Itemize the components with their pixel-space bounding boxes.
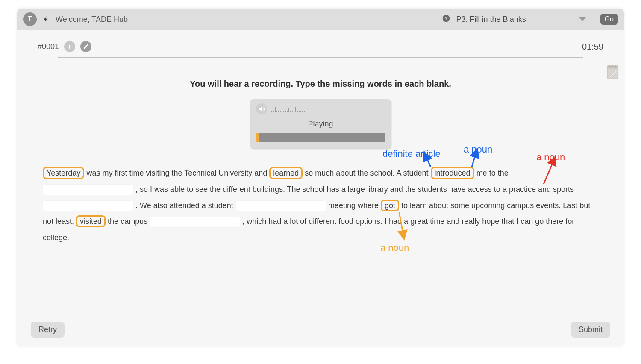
text: was my first time visiting the Technical… (86, 169, 267, 177)
avatar[interactable]: T (23, 12, 37, 26)
highlight-got: got (381, 200, 399, 211)
svg-line-11 (544, 160, 554, 184)
topbar: T Welcome, TADE Hub ? P3: Fill in the Bl… (17, 9, 624, 30)
notepad-icon[interactable] (605, 64, 620, 80)
footer: Retry Submit (17, 322, 624, 338)
highlight-introduced: introduced (431, 167, 474, 179)
help-icon[interactable]: ? (442, 14, 450, 25)
annotation-noun-orange: a noun (380, 238, 409, 258)
progress-bar[interactable] (256, 133, 385, 142)
text: meeting where (328, 201, 379, 210)
svg-point-6 (609, 66, 610, 67)
question-id: #0001 (38, 42, 59, 51)
text: so much about the school. A student (305, 169, 428, 177)
app-card: T Welcome, TADE Hub ? P3: Fill in the Bl… (17, 9, 624, 346)
speaker-icon[interactable] (256, 103, 267, 114)
progress-fill (256, 133, 259, 142)
annotation-noun-red: a noun (536, 147, 565, 167)
text: , so I was able to see the different bui… (135, 185, 574, 194)
text: . We also attended a student (135, 201, 233, 210)
svg-point-8 (615, 66, 616, 67)
text: me to the (476, 169, 509, 177)
instruction-text: You will hear a recording. Type the miss… (17, 79, 624, 89)
text: the campus (108, 217, 147, 226)
highlight-yesterday: Yesterday (43, 167, 84, 179)
lightning-icon (43, 16, 50, 23)
svg-rect-3 (69, 46, 70, 49)
blank-input-3[interactable] (235, 200, 326, 211)
timer: 01:59 (582, 42, 603, 52)
highlight-learned: learned (269, 167, 303, 179)
blank-input-4[interactable] (150, 217, 240, 228)
divider (58, 57, 583, 58)
reading-passage: definite article a noun a noun a noun Ye… (17, 148, 624, 246)
svg-point-2 (69, 45, 70, 46)
highlight-visited: visited (76, 215, 106, 227)
submit-button[interactable]: Submit (571, 322, 610, 338)
arrow-orange-icon (397, 211, 410, 243)
go-button[interactable]: Go (600, 14, 618, 25)
annotation-noun-blue: a noun (464, 140, 492, 159)
svg-text:?: ? (444, 15, 447, 21)
blank-input-2[interactable] (43, 200, 133, 211)
exercise-title: P3: Fill in the Blanks (456, 15, 526, 24)
welcome-text: Welcome, TADE Hub (56, 15, 128, 24)
subbar: #0001 01:59 (17, 30, 624, 55)
svg-line-10 (472, 153, 476, 167)
edit-icon[interactable] (80, 41, 91, 52)
svg-line-9 (426, 156, 431, 167)
svg-point-7 (612, 66, 613, 67)
chevron-down-icon[interactable] (579, 17, 586, 21)
waveform-icon (271, 106, 305, 112)
retry-button[interactable]: Retry (31, 322, 65, 338)
info-icon[interactable] (64, 41, 75, 52)
audio-player[interactable]: Playing (250, 99, 391, 148)
annotation-definite-article: definite article (382, 144, 441, 164)
blank-input-1[interactable] (43, 184, 133, 195)
player-status: Playing (256, 120, 385, 129)
